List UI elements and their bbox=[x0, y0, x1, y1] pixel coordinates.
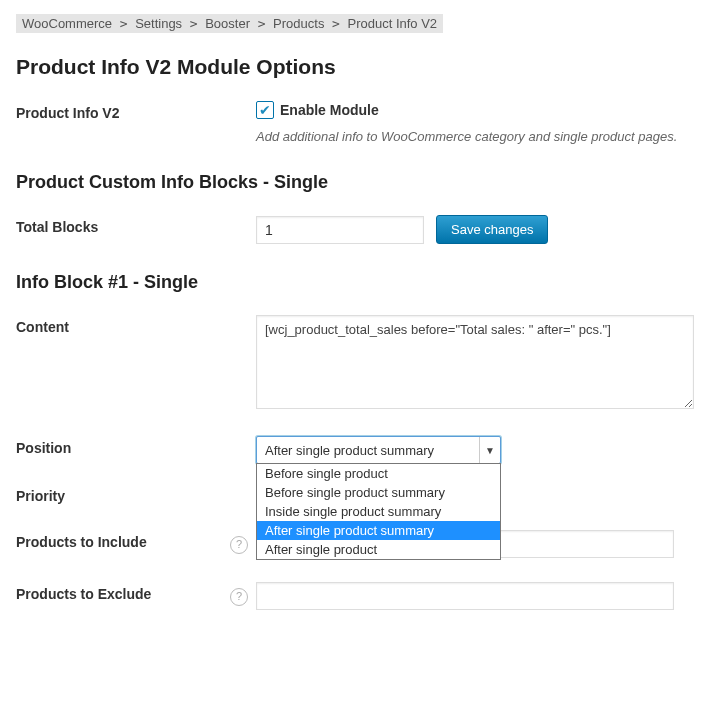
breadcrumb: WooCommerce > Settings > Booster > Produ… bbox=[16, 14, 443, 33]
position-selected-text: After single product summary bbox=[265, 443, 434, 458]
position-option[interactable]: After single product bbox=[257, 540, 500, 559]
position-select[interactable]: After single product summary ▼ bbox=[256, 436, 501, 464]
label-priority: Priority bbox=[16, 484, 256, 504]
products-exclude-input[interactable] bbox=[256, 582, 674, 610]
position-option[interactable]: Inside single product summary bbox=[257, 502, 500, 521]
position-option[interactable]: Before single product bbox=[257, 464, 500, 483]
help-icon[interactable]: ? bbox=[230, 588, 248, 606]
help-icon[interactable]: ? bbox=[230, 536, 248, 554]
total-blocks-input[interactable] bbox=[256, 216, 424, 244]
breadcrumb-item[interactable]: Product Info V2 bbox=[347, 16, 437, 31]
label-position: Position bbox=[16, 436, 256, 456]
chevron-down-icon: ▼ bbox=[479, 437, 500, 463]
content-textarea[interactable] bbox=[256, 315, 694, 409]
position-option[interactable]: After single product summary bbox=[257, 521, 500, 540]
enable-module-label: Enable Module bbox=[280, 102, 379, 118]
chevron-right-icon: > bbox=[120, 16, 128, 31]
breadcrumb-item[interactable]: WooCommerce bbox=[22, 16, 112, 31]
breadcrumb-item[interactable]: Products bbox=[273, 16, 324, 31]
label-products-include: Products to Include bbox=[16, 530, 256, 550]
save-changes-button[interactable]: Save changes bbox=[436, 215, 548, 244]
section-title-module: Product Info V2 Module Options bbox=[16, 55, 704, 79]
module-description: Add additional info to WooCommerce categ… bbox=[256, 129, 704, 144]
breadcrumb-item[interactable]: Booster bbox=[205, 16, 250, 31]
chevron-right-icon: > bbox=[190, 16, 198, 31]
position-dropdown: Before single product Before single prod… bbox=[256, 463, 501, 560]
label-content: Content bbox=[16, 315, 256, 335]
label-products-exclude: Products to Exclude bbox=[16, 582, 256, 602]
enable-module-checkbox[interactable]: ✔ bbox=[256, 101, 274, 119]
section-title-block1: Info Block #1 - Single bbox=[16, 272, 704, 293]
section-title-blocks: Product Custom Info Blocks - Single bbox=[16, 172, 704, 193]
breadcrumb-item[interactable]: Settings bbox=[135, 16, 182, 31]
label-product-info-v2: Product Info V2 bbox=[16, 101, 256, 121]
chevron-right-icon: > bbox=[332, 16, 340, 31]
label-total-blocks: Total Blocks bbox=[16, 215, 256, 235]
chevron-right-icon: > bbox=[258, 16, 266, 31]
position-option[interactable]: Before single product summary bbox=[257, 483, 500, 502]
